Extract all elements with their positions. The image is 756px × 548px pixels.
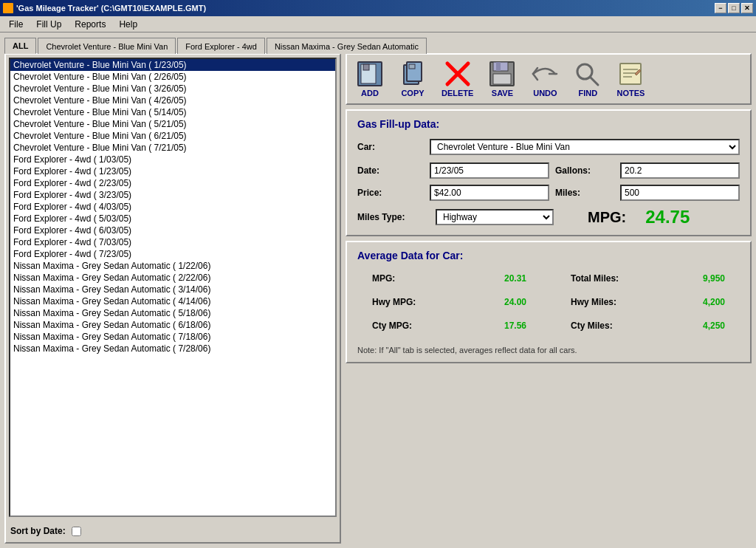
avg-mpg-label: MPG: <box>372 273 395 284</box>
list-item[interactable]: Chevrolet Venture - Blue Mini Van ( 1/23… <box>10 59 335 71</box>
copy-button[interactable]: COPY <box>394 59 431 99</box>
list-item[interactable]: Nissan Maxima - Grey Sedan Automatic ( 7… <box>10 343 335 355</box>
avg-cty-miles-label: Cty Miles: <box>571 321 613 331</box>
mpg-value: 24.75 <box>645 207 690 227</box>
notes-icon <box>617 61 644 87</box>
miles-input[interactable] <box>620 185 740 201</box>
list-item[interactable]: Nissan Maxima - Grey Sedan Automatic ( 6… <box>10 319 335 331</box>
find-button[interactable]: FIND <box>569 59 606 99</box>
tabs-container: ALL Chevrolet Venture - Blue Mini Van Fo… <box>4 37 752 53</box>
menu-reports[interactable]: Reports <box>69 18 111 31</box>
average-section: Average Data for Car: MPG: 20.31 Total M… <box>346 241 752 363</box>
list-item[interactable]: Ford Explorer - 4wd ( 4/03/05) <box>10 201 335 213</box>
right-panel: ADD COPY <box>346 53 752 544</box>
list-item[interactable]: Nissan Maxima - Grey Sedan Automatic ( 7… <box>10 331 335 343</box>
list-item[interactable]: Nissan Maxima - Grey Sedan Automatic ( 4… <box>10 295 335 307</box>
sort-row: Sort by Date: <box>9 523 337 539</box>
main-window: ALL Chevrolet Venture - Blue Mini Van Fo… <box>0 32 756 548</box>
list-item[interactable]: Ford Explorer - 4wd ( 2/23/05) <box>10 177 335 189</box>
window-title: 'Gas Mileage Tracker' (C:\GMT10\EXAMPLE.… <box>16 4 206 13</box>
delete-icon <box>444 61 471 87</box>
mpg-label: MPG: <box>588 209 626 226</box>
average-note: Note: If "All" tab is selected, averages… <box>357 346 740 355</box>
tab-ford[interactable]: Ford Explorer - 4wd <box>177 38 265 54</box>
content-area: Chevrolet Venture - Blue Mini Van ( 1/23… <box>4 53 752 544</box>
list-item[interactable]: Ford Explorer - 4wd ( 7/23/05) <box>10 248 335 260</box>
list-item[interactable]: Chevrolet Venture - Blue Mini Van ( 5/21… <box>10 118 335 130</box>
gallons-label: Gallons: <box>555 165 614 176</box>
list-item[interactable]: Chevrolet Venture - Blue Mini Van ( 3/26… <box>10 83 335 95</box>
avg-cty-mpg-label: Cty MPG: <box>372 321 412 331</box>
car-select[interactable]: Chevrolet Venture - Blue Mini Van <box>430 139 740 155</box>
toolbar: ADD COPY <box>346 53 752 105</box>
tab-chevrolet[interactable]: Chevrolet Venture - Blue Mini Van <box>38 38 176 54</box>
sort-label: Sort by Date: <box>10 526 66 536</box>
list-item[interactable]: Ford Explorer - 4wd ( 6/03/05) <box>10 225 335 236</box>
avg-hwy-miles-label: Hwy Miles: <box>571 297 616 307</box>
list-item[interactable]: Chevrolet Venture - Blue Mini Van ( 7/21… <box>10 142 335 154</box>
miles-type-label: Miles Type: <box>357 212 424 222</box>
list-item[interactable]: Ford Explorer - 4wd ( 1/23/05) <box>10 165 335 177</box>
fillup-title: Gas Fill-up Data: <box>357 118 740 130</box>
window-controls: − □ ✕ <box>715 3 753 13</box>
list-item[interactable]: Ford Explorer - 4wd ( 5/03/05) <box>10 213 335 225</box>
delete-label: DELETE <box>441 89 473 97</box>
avg-cty-miles-value: 4,250 <box>703 321 725 331</box>
copy-icon <box>399 61 426 87</box>
list-item[interactable]: Nissan Maxima - Grey Sedan Automatic ( 5… <box>10 307 335 319</box>
add-label: ADD <box>361 89 379 97</box>
find-icon <box>574 61 601 87</box>
add-button[interactable]: ADD <box>351 59 388 99</box>
car-label: Car: <box>357 142 424 152</box>
entries-list[interactable]: Chevrolet Venture - Blue Mini Van ( 1/23… <box>9 58 337 517</box>
svg-rect-2 <box>363 64 369 70</box>
left-panel: Chevrolet Venture - Blue Mini Van ( 1/23… <box>4 53 341 544</box>
close-button[interactable]: ✕ <box>741 3 753 13</box>
list-item[interactable]: Nissan Maxima - Grey Sedan Automatic ( 2… <box>10 272 335 284</box>
menu-help[interactable]: Help <box>113 18 143 31</box>
menu-file[interactable]: File <box>3 18 29 31</box>
title-bar: 'Gas Mileage Tracker' (C:\GMT10\EXAMPLE.… <box>0 0 756 16</box>
list-item[interactable]: Chevrolet Venture - Blue Mini Van ( 6/21… <box>10 130 335 142</box>
sort-checkbox[interactable] <box>72 527 81 536</box>
price-label: Price: <box>357 188 424 198</box>
maximize-button[interactable]: □ <box>728 3 740 13</box>
list-item[interactable]: Ford Explorer - 4wd ( 7/03/05) <box>10 236 335 248</box>
gallons-input[interactable] <box>620 162 740 179</box>
price-input[interactable] <box>430 185 549 201</box>
list-item[interactable]: Ford Explorer - 4wd ( 1/03/05) <box>10 154 335 165</box>
find-label: FIND <box>579 89 598 97</box>
menu-bar: File Fill Up Reports Help <box>0 16 756 32</box>
app-icon <box>3 3 13 13</box>
list-item[interactable]: Nissan Maxima - Grey Sedan Automatic ( 1… <box>10 260 335 272</box>
list-item[interactable]: Chevrolet Venture - Blue Mini Van ( 4/26… <box>10 95 335 106</box>
fillup-section: Gas Fill-up Data: Car: Chevrolet Venture… <box>346 109 752 236</box>
avg-total-miles-value: 9,950 <box>703 273 725 284</box>
list-item[interactable]: Chevrolet Venture - Blue Mini Van ( 5/14… <box>10 106 335 118</box>
miles-type-select[interactable]: HighwayCityMixed <box>436 209 554 225</box>
svg-line-14 <box>590 77 598 85</box>
list-item[interactable]: Nissan Maxima - Grey Sedan Automatic ( 3… <box>10 284 335 295</box>
notes-button[interactable]: NOTES <box>612 59 649 99</box>
tab-nissan[interactable]: Nissan Maxima - Grey Sedan Automatic <box>267 38 427 54</box>
add-icon <box>357 61 383 87</box>
list-item[interactable]: Chevrolet Venture - Blue Mini Van ( 2/26… <box>10 71 335 83</box>
undo-icon <box>532 61 558 87</box>
save-icon <box>489 61 515 87</box>
date-input[interactable] <box>430 162 549 179</box>
tab-all[interactable]: ALL <box>4 38 36 54</box>
avg-total-miles-label: Total Miles: <box>571 273 619 284</box>
undo-button[interactable]: UNDO <box>526 59 563 99</box>
avg-hwy-mpg-label: Hwy MPG: <box>372 297 416 307</box>
list-item[interactable]: Ford Explorer - 4wd ( 3/23/05) <box>10 189 335 201</box>
save-label: SAVE <box>492 89 513 97</box>
avg-cty-mpg-value: 17.56 <box>504 321 526 331</box>
notes-label: NOTES <box>616 89 645 97</box>
delete-button[interactable]: DELETE <box>437 59 478 99</box>
minimize-button[interactable]: − <box>715 3 726 13</box>
menu-fillup[interactable]: Fill Up <box>30 18 67 31</box>
undo-label: UNDO <box>533 89 557 97</box>
save-button[interactable]: SAVE <box>484 59 520 99</box>
svg-rect-5 <box>409 64 415 69</box>
date-label: Date: <box>357 165 424 176</box>
